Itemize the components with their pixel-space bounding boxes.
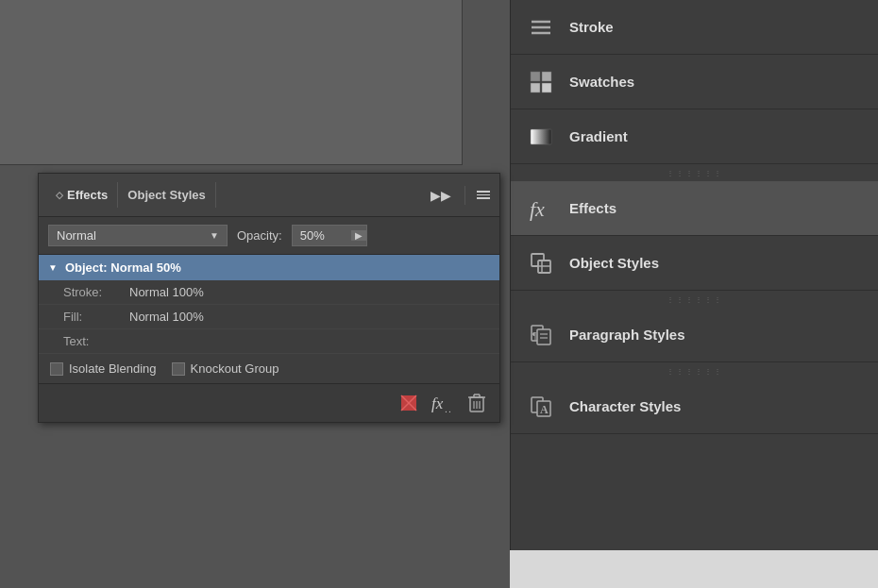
svg-rect-20 [542,83,551,92]
paragraph-styles-icon: ¶ [526,320,556,350]
panel-toolbar: fx . . [39,384,499,422]
effects-panel-label: Effects [569,200,616,216]
effects-tab-label: Effects [67,188,108,202]
fill-item[interactable]: Fill: Normal 100% [39,305,499,329]
sidebar-item-object-styles[interactable]: Object Styles [511,236,878,291]
knockout-group-label: Knockout Group [191,361,279,376]
svg-text:¶: ¶ [532,330,537,341]
stroke-icon [526,12,556,42]
svg-rect-18 [542,72,551,81]
blend-mode-value: Normal [57,228,96,243]
stroke-label: Stroke: [63,285,129,299]
opacity-label: Opacity: [237,228,282,243]
menu-line-3 [477,197,490,199]
sidebar-item-stroke[interactable]: Stroke [511,0,878,55]
sidebar-item-swatches[interactable]: Swatches [511,55,878,109]
separator-1: ⋮⋮⋮⋮⋮⋮ [511,164,878,181]
svg-rect-19 [531,83,540,92]
svg-text:.: . [448,404,451,412]
left-area: ◇ Effects Object Styles ▶▶ Normal ▼ [0,0,510,588]
effects-item-header[interactable]: ▼ Object: Normal 50% [39,255,499,280]
stroke-panel-label: Stroke [569,19,614,35]
text-item[interactable]: Text: [39,329,499,354]
svg-rect-21 [531,129,551,144]
delete-button[interactable] [464,390,490,416]
isolate-blending-group[interactable]: Isolate Blending [50,361,157,376]
character-styles-icon: A [526,392,556,422]
effects-tab-arrow: ◇ [56,190,63,200]
tab-divider [464,186,465,205]
effects-panel: ◇ Effects Object Styles ▶▶ Normal ▼ [38,173,500,423]
sidebar-item-effects[interactable]: fx Effects [511,181,878,236]
fx-icon: fx [526,193,556,224]
svg-text:fx: fx [431,395,444,412]
menu-line-2 [477,194,490,196]
stroke-value: Normal 100% [129,285,204,299]
knockout-group-checkbox[interactable] [172,362,185,376]
sidebar-item-paragraph-styles[interactable]: ¶ Paragraph Styles [511,308,878,362]
blend-mode-select[interactable]: Normal ▼ [48,225,228,246]
separator-dots-3: ⋮⋮⋮⋮⋮⋮ [667,367,723,376]
svg-text:fx: fx [530,197,545,221]
tab-effects[interactable]: ◇ Effects [46,182,118,208]
edit-effect-button[interactable] [396,390,422,416]
gradient-panel-label: Gradient [569,128,628,144]
separator-dots-1: ⋮⋮⋮⋮⋮⋮ [667,169,723,177]
knockout-group-group[interactable]: Knockout Group [172,361,279,376]
fast-forward-button[interactable]: ▶▶ [427,186,455,205]
panel-tabs: ◇ Effects Object Styles ▶▶ [39,174,499,217]
gradient-icon [526,122,556,152]
opacity-value: 50% [300,228,325,243]
effects-list: ▼ Object: Normal 50% Stroke: Normal 100%… [39,255,499,354]
blend-mode-arrow-icon: ▼ [210,230,219,241]
svg-rect-28 [537,329,550,344]
opacity-field[interactable]: 50% ▶ [292,225,367,246]
separator-2: ⋮⋮⋮⋮⋮⋮ [511,291,878,308]
checkbox-row: Isolate Blending Knockout Group [39,354,499,384]
sidebar-item-gradient[interactable]: Gradient [511,109,878,164]
canvas-area [0,0,463,165]
panel-tab-icons: ▶▶ [427,186,492,205]
svg-text:.: . [445,404,447,412]
isolate-blending-label: Isolate Blending [69,361,157,376]
svg-rect-17 [531,72,540,81]
add-fx-button[interactable]: fx . . [430,390,456,416]
header-label: Object: Normal 50% [65,260,181,275]
opacity-arrow-icon: ▶ [351,230,366,241]
object-styles-icon [526,248,556,278]
character-styles-panel-label: Character Styles [569,398,681,414]
paragraph-styles-panel-label: Paragraph Styles [569,327,685,343]
right-panel: Stroke Swatches [510,0,878,588]
object-styles-tab-label: Object Styles [127,188,205,202]
separator-dots-2: ⋮⋮⋮⋮⋮⋮ [667,295,723,304]
menu-line-1 [477,191,490,193]
fill-label: Fill: [63,310,129,324]
blend-row: Normal ▼ Opacity: 50% ▶ [39,217,499,255]
tab-object-styles[interactable]: Object Styles [118,182,215,208]
fill-value: Normal 100% [129,310,204,324]
isolate-blending-checkbox[interactable] [50,362,63,376]
text-label: Text: [63,334,89,348]
bottom-white-area [510,550,878,588]
swatches-panel-label: Swatches [569,74,634,90]
stroke-item[interactable]: Stroke: Normal 100% [39,280,499,305]
panel-menu-button[interactable] [475,189,492,201]
sidebar-item-character-styles[interactable]: A Character Styles [511,379,878,434]
svg-text:A: A [540,403,549,416]
swatches-icon [526,67,556,97]
object-styles-panel-label: Object Styles [569,255,659,271]
separator-3: ⋮⋮⋮⋮⋮⋮ [511,362,878,379]
header-triangle-icon: ▼ [48,262,58,273]
